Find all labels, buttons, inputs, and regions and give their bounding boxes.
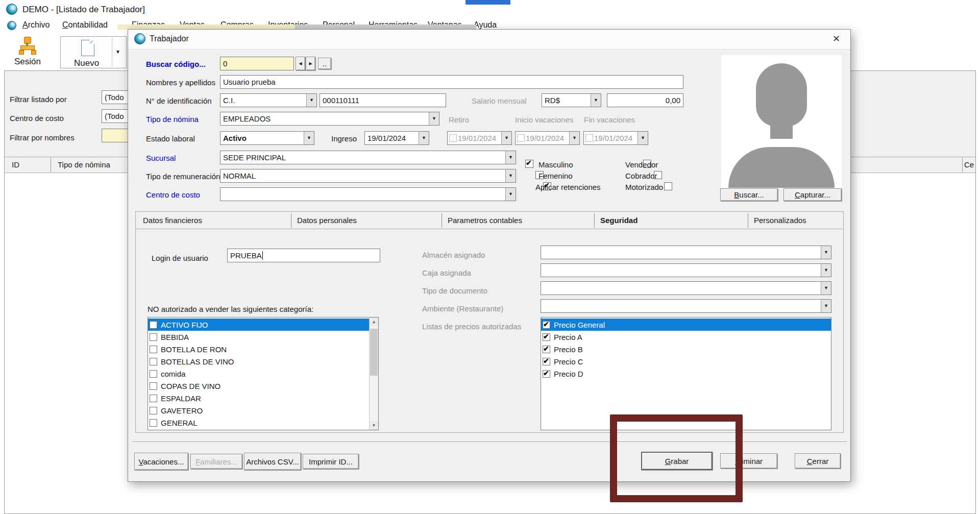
category-item[interactable]: COPAS DE VINO	[148, 380, 378, 392]
menu-ayuda[interactable]: Ayuda	[474, 20, 497, 30]
category-item[interactable]: BOTELLA DE RON	[148, 343, 378, 355]
nombres-label: Nombres y apellidos	[146, 78, 215, 87]
category-item[interactable]: GENERAL	[148, 417, 378, 429]
retiro-checkbox[interactable]	[449, 134, 457, 142]
categorias-listbox[interactable]: ACTIVO FIJO BEBIDA BOTELLA DE RON BOTELL…	[148, 317, 379, 430]
chevron-down-icon: ▼	[638, 132, 648, 144]
centro-costo-label[interactable]: Centro de costo	[146, 190, 200, 199]
cerrar-button[interactable]: Cerrar	[795, 453, 841, 469]
tab-datos-financieros[interactable]: Datos financieros	[143, 216, 202, 225]
price-item[interactable]: Precio C	[541, 355, 831, 368]
category-item[interactable]: BOTELLAS DE VINO	[148, 355, 378, 368]
category-checkbox[interactable]	[150, 358, 157, 365]
inicio-vacaciones-date-picker[interactable]: 19/01/2024▼	[515, 131, 580, 145]
price-item[interactable]: Precio A	[541, 331, 831, 343]
categorias-scrollbar[interactable]: ▲ ▼	[369, 317, 378, 430]
tab-seguridad[interactable]: Seguridad	[600, 216, 638, 225]
aplicar-retenciones-label: Aplicar retenciones	[535, 183, 601, 191]
close-icon[interactable]: ✕	[832, 33, 840, 44]
menu-archivo[interactable]: Archivo	[22, 20, 50, 30]
price-checkbox[interactable]	[543, 370, 550, 378]
nuevo-button[interactable]: Nuevo ▼	[60, 36, 127, 68]
tipo-nomina-label[interactable]: Tipo de nómina	[146, 115, 199, 124]
category-checkbox[interactable]	[150, 346, 157, 353]
masculino-checkbox[interactable]	[525, 160, 533, 168]
chevron-down-icon: ▼	[569, 132, 579, 144]
almacen-select[interactable]: ▼	[541, 246, 831, 259]
column-header-ce[interactable]: Ce	[964, 160, 974, 169]
estado-laboral-select[interactable]: Activo▼	[220, 131, 314, 145]
retiro-label: Retiro	[449, 115, 469, 124]
spin-prev-button[interactable]: ◀	[296, 57, 305, 70]
caja-select[interactable]: ▼	[541, 263, 831, 277]
tipo-documento-label: Tipo de documento	[422, 286, 487, 295]
imprimir-id-button[interactable]: Imprimir ID...	[303, 454, 359, 469]
price-checkbox[interactable]	[543, 333, 550, 341]
buscar-codigo-input[interactable]: 0	[220, 57, 294, 70]
category-item[interactable]: BEBIDA	[148, 331, 378, 343]
category-checkbox[interactable]	[150, 333, 157, 341]
menu-contabilidad[interactable]: Contabilidad	[62, 20, 108, 30]
sucursal-label[interactable]: Sucursal	[146, 154, 176, 162]
retiro-date-picker[interactable]: 19/01/2024▼	[447, 131, 512, 145]
category-checkbox[interactable]	[150, 321, 157, 329]
tab-personalizados[interactable]: Personalizados	[754, 216, 806, 225]
category-checkbox[interactable]	[150, 407, 157, 414]
chevron-down-icon: ▼	[419, 132, 429, 144]
tab-parametros-contables[interactable]: Parametros contables	[448, 216, 522, 225]
browse-more-button[interactable]: ..	[318, 58, 331, 69]
motorizado-checkbox[interactable]	[664, 182, 672, 190]
currency-select[interactable]: RD$▼	[542, 93, 601, 107]
price-checkbox[interactable]	[543, 358, 550, 365]
ambiente-select[interactable]: ▼	[541, 299, 831, 313]
nombres-input[interactable]: Usuario prueba	[220, 75, 683, 89]
column-header-tipo-nomina[interactable]: Tipo de nómina	[58, 160, 110, 169]
sucursal-select[interactable]: SEDE PRINCIPAL▼	[220, 151, 516, 164]
tipo-documento-select[interactable]: ▼	[541, 281, 831, 295]
inicio-vacaciones-checkbox[interactable]	[517, 134, 525, 142]
salario-input[interactable]: 0,00	[607, 93, 683, 107]
category-checkbox[interactable]	[150, 370, 157, 378]
category-item[interactable]: ESPALDAR	[148, 392, 378, 404]
dialog-titlebar[interactable]	[128, 30, 850, 50]
price-item[interactable]: Precio B	[541, 343, 831, 355]
scrollbar-thumb[interactable]	[370, 329, 378, 376]
price-checkbox[interactable]	[543, 321, 550, 329]
price-item[interactable]: Precio D	[541, 368, 831, 380]
nuevo-dropdown-arrow[interactable]: ▼	[115, 49, 120, 55]
chevron-down-icon: ▼	[591, 94, 601, 107]
price-item[interactable]: Precio General	[541, 319, 831, 331]
centro-costo-select[interactable]: ▼	[220, 187, 516, 201]
fin-vacaciones-date-picker[interactable]: 19/01/2024▼	[583, 131, 648, 145]
photo-capturar-button[interactable]: Capturar...	[783, 188, 842, 201]
spin-next-button[interactable]: ▶	[306, 57, 315, 70]
filter-list-label: Filtrar listado por	[10, 95, 67, 104]
column-header-id[interactable]: ID	[12, 160, 19, 169]
category-item[interactable]: ACTIVO FIJO	[148, 319, 378, 331]
precios-listbox[interactable]: Precio General Precio A Precio B Precio …	[541, 317, 831, 430]
chevron-down-icon: ▼	[505, 188, 516, 201]
remuneracion-select[interactable]: NORMAL▼	[220, 169, 516, 183]
category-checkbox[interactable]	[150, 419, 157, 427]
login-usuario-input[interactable]: PRUEBA	[227, 249, 380, 262]
fin-vacaciones-checkbox[interactable]	[585, 134, 593, 142]
vacaciones-button[interactable]: Vacaciones...	[134, 453, 188, 470]
category-item[interactable]: GAVETERO	[148, 404, 378, 417]
tab-datos-personales[interactable]: Datos personales	[297, 216, 357, 225]
category-item[interactable]: comida	[148, 368, 378, 380]
photo-buscar-button[interactable]: Buscar...	[720, 188, 778, 201]
archivos-csv-button[interactable]: Archivos CSV...	[244, 453, 301, 470]
chevron-down-icon: ▼	[821, 300, 831, 312]
category-checkbox[interactable]	[150, 395, 157, 402]
sesion-button[interactable]: Sesión	[7, 35, 47, 67]
price-checkbox[interactable]	[543, 346, 550, 353]
id-number-input[interactable]: 000110111	[320, 93, 446, 107]
spin-left-icon: ◀	[299, 61, 302, 66]
category-checkbox[interactable]	[150, 382, 157, 390]
tipo-nomina-select[interactable]: EMPLEADOS▼	[220, 112, 439, 126]
chevron-down-icon: ▼	[821, 264, 831, 277]
cobrador-label: Cobrador	[625, 172, 657, 180]
ingreso-date-picker[interactable]: 19/01/2024▼	[364, 131, 429, 145]
buscar-codigo-label[interactable]: Buscar código...	[146, 60, 206, 68]
id-type-select[interactable]: C.I.▼	[220, 93, 317, 107]
